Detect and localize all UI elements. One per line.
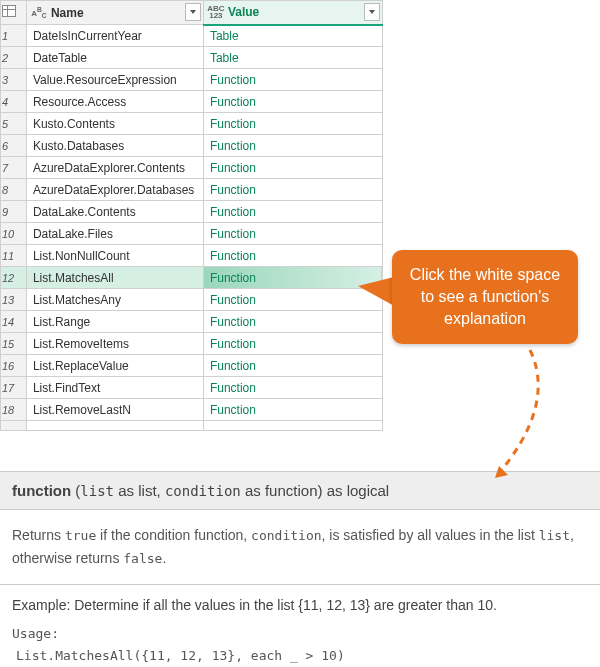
cell-name[interactable]: AzureDataExplorer.Contents	[26, 157, 203, 179]
column-filter-name[interactable]	[185, 3, 201, 21]
cell-name[interactable]: List.MatchesAll	[26, 267, 203, 289]
cell-value[interactable]: Function	[203, 245, 382, 267]
table-row[interactable]: 1DateIsInCurrentYearTable	[1, 25, 383, 47]
cell-name[interactable]: Value.ResourceExpression	[26, 69, 203, 91]
cell-name[interactable]: Kusto.Contents	[26, 113, 203, 135]
cell-name[interactable]: DataLake.Files	[26, 223, 203, 245]
cell-name[interactable]: List.FindText	[26, 377, 203, 399]
usage-label: Usage:	[12, 623, 588, 645]
cell-value[interactable]: Function	[203, 179, 382, 201]
cell-value[interactable]: Function	[203, 135, 382, 157]
row-number[interactable]: 5	[1, 113, 27, 135]
row-number[interactable]: 18	[1, 399, 27, 421]
column-name-label: Name	[51, 6, 84, 20]
table-icon	[2, 5, 16, 17]
cell-value[interactable]: Function	[203, 333, 382, 355]
table-row[interactable]: 3Value.ResourceExpressionFunction	[1, 69, 383, 91]
row-number[interactable]: 4	[1, 91, 27, 113]
table-row[interactable]: 6Kusto.DatabasesFunction	[1, 135, 383, 157]
row-number[interactable]: 16	[1, 355, 27, 377]
select-all-corner[interactable]	[1, 1, 27, 25]
table-row[interactable]: 12List.MatchesAllFunction	[1, 267, 383, 289]
cell-name[interactable]: DataLake.Contents	[26, 201, 203, 223]
row-number[interactable]: 11	[1, 245, 27, 267]
cell-value[interactable]: Table	[203, 47, 382, 69]
table-row[interactable]: 4Resource.AccessFunction	[1, 91, 383, 113]
table-row[interactable]: 9DataLake.ContentsFunction	[1, 201, 383, 223]
cell-value[interactable]: Function	[203, 399, 382, 421]
cell-name[interactable]: Resource.Access	[26, 91, 203, 113]
column-value-label: Value	[228, 5, 259, 19]
column-header-name[interactable]: ABC Name	[26, 1, 203, 25]
cell-value[interactable]: Function	[203, 311, 382, 333]
column-filter-value[interactable]	[364, 3, 380, 21]
column-header-value[interactable]: ABC 123 Value	[203, 1, 382, 25]
cell-value[interactable]: Table	[203, 25, 382, 47]
table-row[interactable]: 5Kusto.ContentsFunction	[1, 113, 383, 135]
function-signature: function (list as list, condition as fun…	[0, 471, 600, 510]
table-row[interactable]: 15List.RemoveItemsFunction	[1, 333, 383, 355]
row-number[interactable]: 10	[1, 223, 27, 245]
cell-value[interactable]: Function	[203, 201, 382, 223]
cell-value[interactable]: Function	[203, 91, 382, 113]
table-row[interactable]: 7AzureDataExplorer.ContentsFunction	[1, 157, 383, 179]
row-number[interactable]: 13	[1, 289, 27, 311]
example-title: Example: Determine if all the values in …	[12, 597, 588, 613]
cell-name[interactable]: List.RemoveLastN	[26, 399, 203, 421]
cell-value[interactable]: Function	[203, 267, 382, 289]
usage-code: List.MatchesAll({11, 12, 13}, each _ > 1…	[12, 645, 588, 667]
row-number[interactable]: 9	[1, 201, 27, 223]
cell-name[interactable]: List.Range	[26, 311, 203, 333]
cell-name[interactable]: DateTable	[26, 47, 203, 69]
table-row[interactable]: 11List.NonNullCountFunction	[1, 245, 383, 267]
cell-value[interactable]: Function	[203, 113, 382, 135]
row-number[interactable]: 12	[1, 267, 27, 289]
cell-value[interactable]: Function	[203, 355, 382, 377]
callout-bubble: Click the white space to see a function'…	[392, 250, 578, 344]
row-number[interactable]: 8	[1, 179, 27, 201]
table-row[interactable]	[1, 421, 383, 431]
row-number[interactable]: 14	[1, 311, 27, 333]
table-row[interactable]: 16List.ReplaceValueFunction	[1, 355, 383, 377]
cell-name[interactable]: AzureDataExplorer.Databases	[26, 179, 203, 201]
table-row[interactable]: 2DateTableTable	[1, 47, 383, 69]
cell-name[interactable]: List.ReplaceValue	[26, 355, 203, 377]
cell-value[interactable]: Function	[203, 289, 382, 311]
row-number[interactable]: 1	[1, 25, 27, 47]
cell-value[interactable]: Function	[203, 157, 382, 179]
table-row[interactable]: 18List.RemoveLastNFunction	[1, 399, 383, 421]
table-row[interactable]: 8AzureDataExplorer.DatabasesFunction	[1, 179, 383, 201]
cell-value[interactable]: Function	[203, 223, 382, 245]
cell-name[interactable]: DateIsInCurrentYear	[26, 25, 203, 47]
table-row[interactable]: 13List.MatchesAnyFunction	[1, 289, 383, 311]
data-grid: ABC Name ABC 123 Value 1DateIsInCurrentY…	[0, 0, 383, 431]
callout-arrow	[475, 346, 565, 486]
row-number[interactable]: 7	[1, 157, 27, 179]
row-number[interactable]: 6	[1, 135, 27, 157]
details-panel: function (list as list, condition as fun…	[0, 471, 600, 667]
table-row[interactable]: 17List.FindTextFunction	[1, 377, 383, 399]
cell-value[interactable]: Function	[203, 377, 382, 399]
cell-value[interactable]: Function	[203, 69, 382, 91]
callout-text: Click the white space to see a function'…	[410, 266, 560, 327]
text-type-icon: ABC	[31, 6, 47, 19]
row-number[interactable]: 15	[1, 333, 27, 355]
cell-name[interactable]: List.MatchesAny	[26, 289, 203, 311]
table-row[interactable]: 14List.RangeFunction	[1, 311, 383, 333]
any-type-icon: ABC 123	[208, 5, 224, 19]
cell-name[interactable]: List.NonNullCount	[26, 245, 203, 267]
table-row[interactable]: 10DataLake.FilesFunction	[1, 223, 383, 245]
row-number[interactable]: 2	[1, 47, 27, 69]
function-description: Returns true if the condition function, …	[0, 510, 600, 585]
row-number[interactable]: 3	[1, 69, 27, 91]
function-example: Example: Determine if all the values in …	[0, 585, 600, 667]
row-number[interactable]: 17	[1, 377, 27, 399]
cell-name[interactable]: Kusto.Databases	[26, 135, 203, 157]
cell-name[interactable]: List.RemoveItems	[26, 333, 203, 355]
